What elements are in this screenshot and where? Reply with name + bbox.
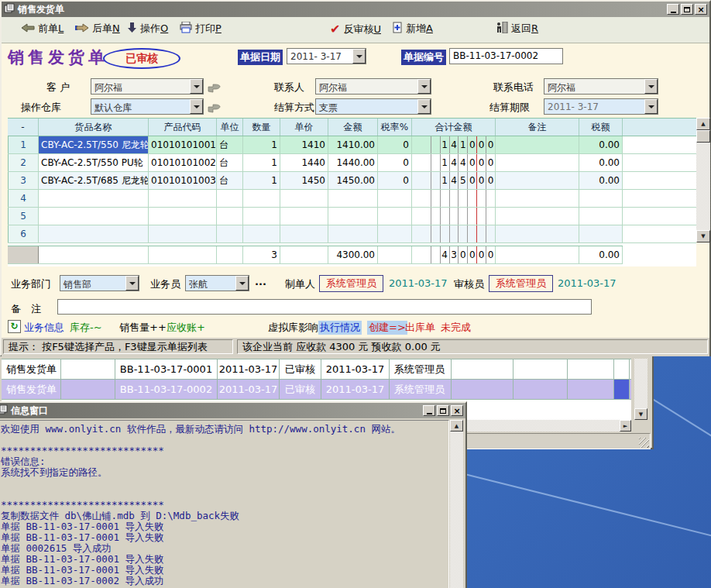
cell-tax[interactable] xyxy=(579,225,623,242)
list-cell[interactable]: 2011-03-17 xyxy=(218,380,280,399)
pointing-hand-icon[interactable] xyxy=(208,81,221,96)
column-header[interactable]: 数量 xyxy=(243,119,280,136)
doc-date-combobox[interactable]: 2011- 3-17 xyxy=(287,48,366,64)
column-header[interactable]: 货品名称 xyxy=(39,119,149,136)
toolbar-button-O[interactable]: 操作O xyxy=(127,22,168,36)
list-cell[interactable] xyxy=(514,380,568,399)
column-header[interactable]: 税额 xyxy=(579,119,623,136)
cell-no[interactable]: 2 xyxy=(8,154,39,171)
cell-unit[interactable]: 台 xyxy=(217,172,243,189)
list-cell[interactable]: 2011-03-17 xyxy=(321,380,390,399)
cell-amount[interactable] xyxy=(328,208,378,225)
cell-total-amount[interactable] xyxy=(412,225,496,242)
cell-tax[interactable]: 0.00 xyxy=(579,154,623,171)
list-row[interactable]: 销售发货单BB-11-03-17-00022011-03-17已审核2011-0… xyxy=(2,380,631,400)
cell-no[interactable]: 3 xyxy=(8,172,39,189)
payment-combobox[interactable]: 支票 xyxy=(315,98,431,115)
cell-qty[interactable]: 1 xyxy=(243,154,280,171)
cell-name[interactable]: CBY-AC-2.5T/685 尼龙轮 xyxy=(39,172,149,189)
list-cell[interactable] xyxy=(452,380,514,399)
cell-code[interactable]: 01010101001 xyxy=(149,136,217,153)
column-header[interactable]: - xyxy=(8,119,39,136)
due-date-combobox[interactable]: 2011- 3-17 xyxy=(544,98,658,115)
column-header[interactable]: 产品代码 xyxy=(149,119,217,136)
scroll-thumb[interactable] xyxy=(696,130,710,143)
cell-total-amount[interactable]: 144000 xyxy=(412,154,496,171)
cell-code[interactable]: 01010101003 xyxy=(149,172,217,189)
sales-qty-link[interactable]: 销售量++ xyxy=(119,321,167,335)
cell-total-amount[interactable] xyxy=(412,208,496,225)
stock-link[interactable]: 库存-~ xyxy=(70,321,102,335)
phone-combobox[interactable]: 阿尔福 xyxy=(544,78,658,95)
list-cell[interactable]: 已审核 xyxy=(280,359,321,379)
doc-no-input[interactable]: BB-11-03-17-0002 xyxy=(449,48,563,64)
cell-amount[interactable] xyxy=(328,225,378,242)
column-header[interactable]: 单价 xyxy=(280,119,328,136)
list-cell[interactable]: 系统管理员 xyxy=(390,380,452,399)
list-cell[interactable]: BB-11-03-17-0002 xyxy=(115,380,218,399)
toolbar-button-A[interactable]: 新增A xyxy=(392,22,433,36)
info-titlebar[interactable]: 信息窗口 × xyxy=(0,403,465,418)
scroll-track[interactable] xyxy=(696,130,710,230)
column-header[interactable]: 单位 xyxy=(217,119,243,136)
cell-no[interactable]: 1 xyxy=(8,136,39,153)
cell-price[interactable]: 1410 xyxy=(280,136,328,153)
cell-name[interactable]: CBY-AC-2.5T/550 PU轮 xyxy=(39,154,149,171)
cell-price[interactable] xyxy=(280,190,328,207)
warehouse-combobox[interactable]: 默认仓库 xyxy=(91,98,204,115)
column-header[interactable]: 备注 xyxy=(496,119,579,136)
cell-tax_rate[interactable] xyxy=(378,190,412,207)
scroll-right-button[interactable]: ► xyxy=(620,420,631,432)
pointing-hand-icon[interactable] xyxy=(208,101,221,116)
cell-code[interactable] xyxy=(149,225,217,242)
dropdown-button[interactable] xyxy=(352,49,366,64)
contact-combobox[interactable]: 阿尔福 xyxy=(315,78,431,95)
salesman-combobox[interactable]: 张航 xyxy=(185,275,249,291)
cell-note[interactable] xyxy=(496,136,579,153)
dropdown-button[interactable] xyxy=(644,79,658,94)
cell-qty[interactable] xyxy=(243,225,280,242)
refresh-icon[interactable]: ↻ xyxy=(8,320,21,333)
cell-total-amount[interactable]: 141000 xyxy=(412,136,496,153)
close-button[interactable]: × xyxy=(695,4,707,15)
cell-amount[interactable]: 1410.00 xyxy=(328,136,378,153)
info-vertical-scrollbar[interactable]: ▲ xyxy=(450,420,463,588)
table-vertical-scrollbar[interactable]: ▲ ▼ xyxy=(696,118,710,242)
column-header[interactable]: 税率% xyxy=(378,119,412,136)
create-link[interactable]: 创建=> xyxy=(367,321,407,335)
toolbar-button-L[interactable]: 前单L xyxy=(21,22,64,36)
cell-tax[interactable]: 0.00 xyxy=(579,136,623,153)
dropdown-button[interactable] xyxy=(125,276,139,291)
scroll-down-button[interactable]: ▼ xyxy=(696,230,710,242)
remark-input[interactable] xyxy=(57,299,592,315)
receivable-link[interactable]: 应收账+ xyxy=(167,321,205,335)
list-cell[interactable]: 已审核 xyxy=(280,380,321,399)
cell-name[interactable] xyxy=(39,208,149,225)
cell-tax[interactable] xyxy=(579,208,623,225)
list-cell[interactable] xyxy=(614,359,630,379)
cell-tax_rate[interactable]: 0 xyxy=(378,172,412,189)
minimize-button[interactable] xyxy=(423,405,435,416)
cell-code[interactable]: 01010101002 xyxy=(149,154,217,171)
cell-unit[interactable]: 台 xyxy=(217,154,243,171)
cell-name[interactable] xyxy=(39,190,149,207)
dropdown-button[interactable] xyxy=(190,79,203,94)
dropdown-button[interactable] xyxy=(417,79,431,94)
toolbar-button-U[interactable]: ✔反审核U xyxy=(330,22,381,36)
cell-tax_rate[interactable] xyxy=(378,208,412,225)
table-row[interactable]: 3CBY-AC-2.5T/685 尼龙轮01010101003台11450145… xyxy=(8,172,696,190)
cell-no[interactable]: 4 xyxy=(8,190,39,207)
cell-code[interactable] xyxy=(149,190,217,207)
outbound-link[interactable]: 出库单 xyxy=(405,321,435,335)
list-cell[interactable]: 销售发货单 xyxy=(2,359,61,379)
table-row[interactable]: 4 xyxy=(8,190,696,208)
table-row[interactable]: 6 xyxy=(8,225,696,243)
scroll-down-button[interactable]: ▼ xyxy=(634,408,647,420)
dropdown-button[interactable] xyxy=(190,99,203,114)
dept-combobox[interactable]: 销售部 xyxy=(60,275,139,291)
cell-unit[interactable] xyxy=(217,225,243,242)
cell-unit[interactable] xyxy=(217,208,243,225)
list-cell[interactable] xyxy=(568,380,614,399)
cell-code[interactable] xyxy=(149,208,217,225)
list-cell[interactable] xyxy=(452,359,514,379)
